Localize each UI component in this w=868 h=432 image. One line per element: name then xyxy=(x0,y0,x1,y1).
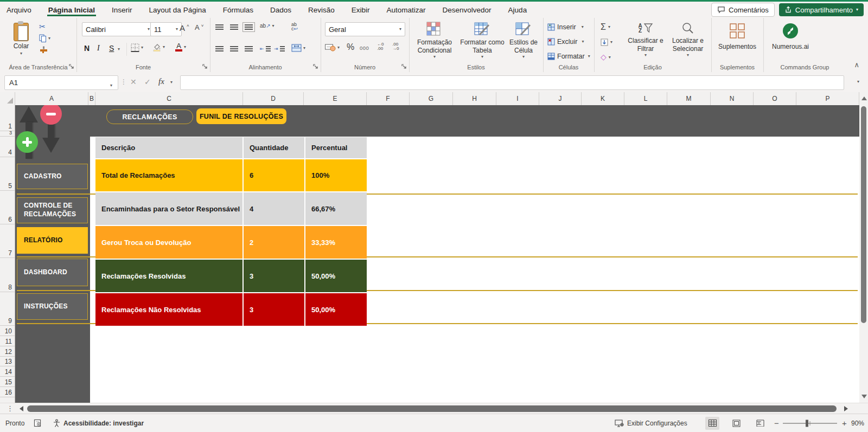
column-header-F[interactable]: F xyxy=(367,92,410,105)
column-header-A[interactable]: A xyxy=(15,92,88,105)
column-header-N[interactable]: N xyxy=(711,92,754,105)
align-middle-button[interactable] xyxy=(230,24,238,30)
increase-indent-button[interactable]: ⇥ xyxy=(274,46,285,51)
accounting-format-button[interactable]: ▾ xyxy=(325,43,340,51)
column-header-L[interactable]: L xyxy=(624,92,667,105)
row-header-3[interactable]: 3 xyxy=(0,131,15,137)
row-header-4[interactable]: 4 xyxy=(0,137,15,157)
number-dialog-launcher[interactable] xyxy=(401,63,407,70)
clear-button[interactable]: ◇ ▾ xyxy=(601,54,611,61)
align-right-button[interactable] xyxy=(245,46,253,51)
row-header-13[interactable]: 13 xyxy=(0,357,15,366)
comma-style-button[interactable]: 000 xyxy=(360,45,369,51)
numerous-ai-button[interactable]: Numerous.ai xyxy=(769,22,812,51)
row-header-9[interactable]: 9 xyxy=(0,292,15,326)
share-button[interactable]: Compartilhamento ▾ xyxy=(779,3,864,16)
align-top-button[interactable] xyxy=(215,24,224,30)
nav-instrucoes[interactable]: INSTRUÇÕES xyxy=(17,293,88,320)
fill-button[interactable]: ▾ xyxy=(601,38,612,46)
page-layout-view-button[interactable] xyxy=(729,417,743,430)
menu-tab-dados[interactable]: Dados xyxy=(269,4,292,16)
name-box[interactable]: A1 ▾ xyxy=(4,75,118,90)
decrease-indent-button[interactable]: ⇤ xyxy=(260,46,271,51)
font-size-select[interactable]: 11▾ xyxy=(150,22,182,36)
column-header-D[interactable]: D xyxy=(243,92,304,105)
number-format-select[interactable]: Geral▾ xyxy=(325,22,405,36)
menu-tab-pagina-inicial[interactable]: Página Inicial xyxy=(47,4,96,16)
nav-relatorio[interactable]: RELATÓRIO xyxy=(17,227,88,254)
font-dialog-launcher[interactable] xyxy=(202,63,208,70)
scroll-right-icon[interactable] xyxy=(844,406,848,411)
row-header-1[interactable]: 1 xyxy=(0,105,15,131)
bold-button[interactable]: N xyxy=(84,44,90,53)
menu-tab-layout-da-pagina[interactable]: Layout da Página xyxy=(148,4,207,16)
page-break-view-button[interactable] xyxy=(753,417,767,430)
wrap-text-button[interactable]: abc↩ xyxy=(291,22,298,31)
menu-tab-ajuda[interactable]: Ajuda xyxy=(507,4,528,16)
nav-controle-de-reclamacoes[interactable]: CONTROLE DE RECLAMAÇÕES xyxy=(17,197,88,223)
zoom-in-button[interactable]: + xyxy=(842,414,847,432)
delete-cells-button[interactable]: Excluir ▾ xyxy=(547,38,584,46)
orientation-button[interactable]: ab↗ ▾ xyxy=(260,23,275,29)
align-left-button[interactable] xyxy=(215,46,224,51)
horizontal-scrollbar[interactable]: ⋮ xyxy=(0,403,868,414)
macro-record-button[interactable] xyxy=(34,414,42,432)
horizontal-scroll-thumb[interactable] xyxy=(27,405,837,412)
insert-function-button[interactable]: fx xyxy=(158,77,164,86)
percent-style-button[interactable]: % xyxy=(347,42,354,52)
addins-button[interactable]: Suplementos xyxy=(716,22,759,51)
column-header-P[interactable]: P xyxy=(796,92,859,105)
autosum-button[interactable]: Σ ▾ xyxy=(601,22,610,32)
decrease-decimal-button[interactable]: .00 →0 xyxy=(392,42,399,51)
comments-button[interactable]: Comentários xyxy=(711,3,775,17)
increase-decimal-button[interactable]: ←0 .00 xyxy=(377,42,384,51)
format-painter-button[interactable] xyxy=(39,46,50,54)
row-header-10[interactable]: 10 xyxy=(0,326,15,336)
zoom-out-button[interactable]: − xyxy=(774,414,779,432)
column-header-B[interactable]: B xyxy=(88,92,95,105)
column-header-E[interactable]: E xyxy=(304,92,367,105)
display-settings-button[interactable]: Exibir Configurações xyxy=(615,414,687,432)
formula-input[interactable] xyxy=(180,75,844,90)
menu-tab-revisao[interactable]: Revisão xyxy=(307,4,336,16)
italic-button[interactable]: I xyxy=(97,44,100,53)
zoom-level[interactable]: 90% xyxy=(851,414,864,432)
column-header-J[interactable]: J xyxy=(539,92,582,105)
menu-tab-desenvolvedor[interactable]: Desenvolvedor xyxy=(442,4,493,16)
column-header-H[interactable]: H xyxy=(453,92,496,105)
cancel-icon[interactable]: ✕ xyxy=(130,78,137,86)
underline-button[interactable]: S xyxy=(109,44,114,53)
column-header-G[interactable]: G xyxy=(410,92,453,105)
row-header-6[interactable]: 6 xyxy=(0,191,15,224)
page-tab-funil-de-resolucoes[interactable]: FUNIL DE RESOLUÇÕES xyxy=(196,108,286,124)
row-header-7[interactable]: 7 xyxy=(0,224,15,258)
collapse-ribbon-button[interactable]: ∧ xyxy=(854,61,859,69)
menu-tab-inserir[interactable]: Inserir xyxy=(111,4,133,16)
find-select-button[interactable]: Localizar e Selecionar ▾ xyxy=(667,22,709,57)
font-name-select[interactable]: Calibri▾ xyxy=(82,22,154,36)
zoom-slider[interactable] xyxy=(783,414,837,432)
insert-cells-button[interactable]: Inserir ▾ xyxy=(547,23,584,31)
vertical-scrollbar[interactable] xyxy=(859,92,868,403)
align-bottom-button[interactable] xyxy=(245,24,253,30)
format-cells-button[interactable]: Formatar ▾ xyxy=(547,53,590,60)
row-header-14[interactable]: 14 xyxy=(0,366,15,377)
normal-view-button[interactable] xyxy=(705,417,719,430)
column-header-M[interactable]: M xyxy=(667,92,711,105)
select-all-corner[interactable] xyxy=(0,92,15,105)
sort-filter-button[interactable]: AZ Classificar e Filtrar ▾ xyxy=(626,22,666,57)
alignment-dialog-launcher[interactable] xyxy=(312,63,319,70)
scroll-left-icon[interactable] xyxy=(20,406,23,411)
cell-styles-button[interactable]: Estilos de Célula ▾ xyxy=(507,22,540,59)
fill-color-button[interactable]: ▾ xyxy=(152,43,165,51)
enter-icon[interactable]: ✓ xyxy=(144,78,151,86)
row-header-12[interactable]: 12 xyxy=(0,346,15,357)
conditional-formatting-button[interactable]: Formatação Condicional ▾ xyxy=(412,22,457,59)
merge-center-button[interactable]: ▾ xyxy=(291,44,305,52)
row-header-15[interactable]: 15 xyxy=(0,377,15,387)
menu-tab-automatizar[interactable]: Automatizar xyxy=(386,4,427,16)
row-header-5[interactable]: 5 xyxy=(0,157,15,191)
clipboard-dialog-launcher[interactable] xyxy=(68,63,75,70)
scroll-up-icon[interactable] xyxy=(861,96,867,100)
column-header-I[interactable]: I xyxy=(496,92,539,105)
